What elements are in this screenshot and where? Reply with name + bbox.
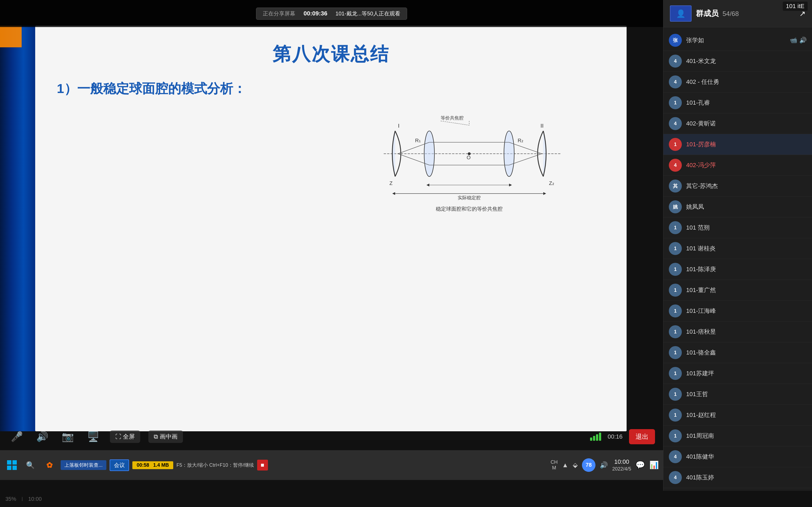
list-item[interactable]: 1 101苏建坪: [663, 363, 812, 384]
list-item[interactable]: 1 101周冠南: [663, 426, 812, 446]
list-item[interactable]: 1 101-厉彦楠: [663, 134, 812, 155]
participant-avatar: 4: [669, 159, 682, 172]
svg-marker-14: [543, 192, 546, 195]
svg-rect-31: [12, 466, 17, 470]
participant-name: 101 谢桂炎: [686, 244, 807, 252]
meeting-active-tab[interactable]: 会议: [110, 459, 129, 471]
ch-indicator: CH M: [551, 459, 558, 471]
participant-avatar: 1: [669, 284, 682, 297]
controls-right: 00:16 退出: [590, 429, 655, 444]
fullscreen-icon: ⛶: [115, 433, 121, 440]
chat-icon[interactable]: 💬: [636, 460, 645, 469]
stop-recording-button[interactable]: ■: [257, 460, 268, 470]
main-presentation-area: 正在分享屏幕 00:09:36 101-戴龙...等50人正在观看 第八次课总结…: [0, 0, 663, 507]
slide-inner: 第八次课总结 1）一般稳定球面腔的模式分析：: [35, 26, 626, 431]
participant-name: 402 - 任仕勇: [686, 78, 807, 86]
signal-bar-1: [590, 438, 592, 441]
sharing-label: 正在分享屏幕: [263, 10, 295, 17]
list-item[interactable]: 1 101王哲: [663, 384, 812, 405]
host-video-on-icon: 📹: [790, 37, 797, 44]
list-item[interactable]: 1 101-孔睿: [663, 93, 812, 113]
participant-name: 401陈玉婷: [686, 473, 807, 482]
nav-up-icon[interactable]: ▲: [562, 461, 568, 469]
viewers-count: 101-戴龙...等50人正在观看: [336, 10, 400, 17]
participant-name: 其它-苏鸿杰: [686, 182, 807, 190]
list-item[interactable]: 1 101-江海峰: [663, 301, 812, 322]
meeting-bottom-controls: 🎤 🔊 📷 🖥️ ⛶ 全屏 ⧉ 画中画: [0, 423, 663, 450]
fullscreen-button[interactable]: ⛶ 全屏: [110, 431, 140, 443]
picture-in-picture-button[interactable]: ⧉ 画中画: [148, 431, 183, 443]
participant-avatar: 1: [669, 138, 682, 151]
list-item[interactable]: 1 101-骆全鑫: [663, 342, 812, 363]
participant-avatar: 其: [669, 179, 682, 192]
list-item[interactable]: 4 401陈玉婷: [663, 467, 812, 488]
search-button[interactable]: 🔍: [23, 457, 38, 473]
list-item[interactable]: 4 402-黄昕诺: [663, 113, 812, 134]
list-item[interactable]: 4 402 - 任仕勇: [663, 72, 812, 93]
participant-avatar: 4: [669, 450, 682, 463]
participant-host[interactable]: 张 张学如 📹 🔊: [663, 30, 812, 51]
search-icon: 🔍: [26, 461, 35, 469]
participant-avatar: 1: [669, 430, 682, 442]
participant-avatar: 1: [669, 96, 682, 109]
recording-timer: 00:58 1.4 MB: [132, 461, 173, 469]
screen-share-control[interactable]: 🖥️: [85, 428, 102, 445]
host-mic-on-icon: 🔊: [799, 37, 807, 44]
mic-off-icon: 🎤: [8, 428, 26, 445]
nav-icon[interactable]: ⬙: [573, 461, 577, 469]
camtasia-icon: ✿: [46, 461, 52, 470]
list-item[interactable]: 1 101 谢桂炎: [663, 238, 812, 259]
exit-meeting-button[interactable]: 退出: [629, 429, 655, 444]
browser-tab[interactable]: 上落板邻时装查...: [61, 460, 106, 470]
windows-start-button[interactable]: [4, 457, 19, 473]
participant-name: 101-赵红程: [686, 411, 807, 419]
flame-decoration-left: [0, 26, 35, 431]
slide-content: O Z Z₂ 等价共焦腔 R₁: [57, 108, 605, 216]
participant-avatar: 1: [669, 388, 682, 401]
list-item[interactable]: 其 其它-苏鸿杰: [663, 176, 812, 196]
list-item[interactable]: 1 101-痞秋昱: [663, 322, 812, 342]
svg-text:Z: Z: [389, 180, 393, 186]
presentation-icon[interactable]: 📊: [649, 460, 659, 469]
list-item[interactable]: 4 402-冯少萍: [663, 155, 812, 176]
clock-date: 2022/4/5: [612, 466, 631, 472]
status-info: 10:00: [28, 496, 42, 502]
svg-point-2: [504, 131, 514, 176]
top-sharing-bar: 正在分享屏幕 00:09:36 101-戴龙...等50人正在观看: [0, 0, 663, 27]
participant-avatar: 1: [669, 242, 682, 255]
svg-text:Z₂: Z₂: [549, 180, 554, 186]
list-item[interactable]: 1 101-赵红程: [663, 405, 812, 426]
list-item[interactable]: 1 101 范朔: [663, 217, 812, 238]
list-item[interactable]: 4 401-米文龙: [663, 51, 812, 72]
list-item[interactable]: 1 101-陈泽庚: [663, 259, 812, 280]
meeting-tab-label: 会议: [114, 462, 125, 468]
participant-avatar: 1: [669, 367, 682, 380]
svg-text:O: O: [467, 155, 471, 160]
participant-name: 101王哲: [686, 390, 807, 398]
list-item[interactable]: 姚 姚凤凤: [663, 196, 812, 217]
audio-control[interactable]: 🔊: [34, 428, 51, 445]
participant-avatar: 姚: [669, 201, 682, 213]
host-status-icons: 📹 🔊: [790, 37, 807, 44]
volume-indicator[interactable]: 78: [582, 458, 596, 472]
participant-avatar: 1: [669, 346, 682, 359]
participant-avatar: 1: [669, 221, 682, 234]
participant-avatar: 4: [669, 471, 682, 484]
camera-off-icon: 📷: [59, 428, 76, 445]
list-item[interactable]: 4 401陈健华: [663, 446, 812, 467]
slide-title: 第八次课总结: [57, 42, 605, 66]
slide-diagram: O Z Z₂ 等价共焦腔 R₁: [339, 108, 605, 216]
camtasia-app[interactable]: ✿: [41, 457, 57, 473]
svg-marker-18: [509, 184, 512, 186]
svg-rect-29: [12, 460, 17, 464]
status-divider1: |: [22, 497, 23, 501]
signal-bar-2: [593, 436, 595, 441]
camera-control[interactable]: 📷: [59, 428, 76, 445]
list-item[interactable]: 1 101-董广然: [663, 280, 812, 301]
svg-text:I: I: [398, 122, 400, 129]
orange-accent-top-left: [0, 26, 22, 47]
windows-taskbar: 🔍 ✿ 上落板邻时装查... 会议 00:58 1.4 MB F5：放大/缩小 …: [0, 450, 663, 480]
participant-avatar: 4: [669, 117, 682, 130]
mic-control[interactable]: 🎤: [8, 428, 26, 445]
participant-name: 401-米文龙: [686, 57, 807, 65]
